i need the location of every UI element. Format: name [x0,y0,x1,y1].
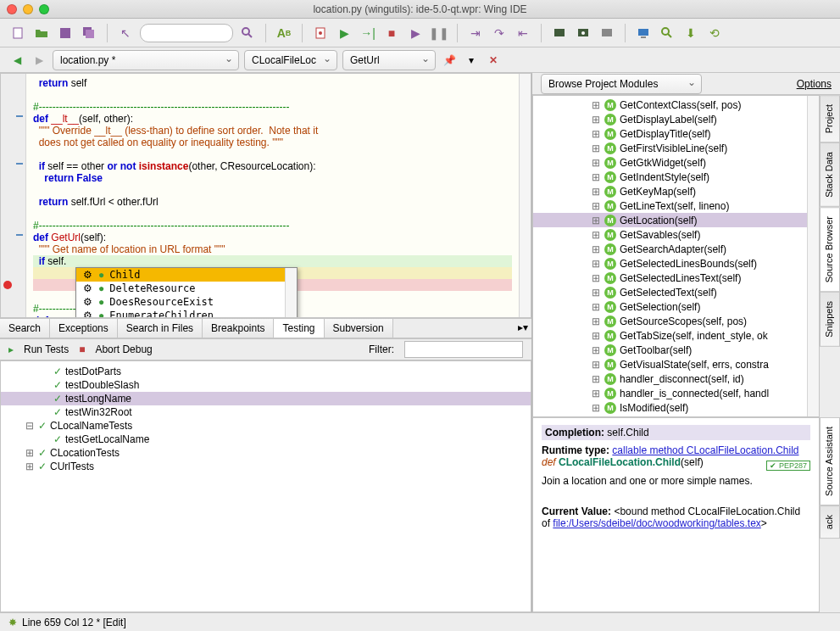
nav-row: ◀ ▶ location.py * CLocalFileLoc GetUrl 📌… [0,47,840,73]
bp-toggle-icon[interactable] [550,24,569,42]
test-node[interactable]: ✓ testGetLocalName [1,433,531,446]
pin-icon[interactable]: 📌 [441,52,458,69]
scope-combo[interactable]: CLocalFileLoc [244,50,337,70]
bottom-tab-testing[interactable]: Testing [274,319,324,338]
test-node[interactable]: ✓ testDotParts [1,365,531,378]
autocomplete-item[interactable]: ⚙● DeleteResource [76,282,297,295]
test-node[interactable]: ⊞✓ CLocationTests [1,446,531,460]
vtab2-source-assistant[interactable]: Source Assistant [820,417,840,505]
tree-node[interactable]: ⊞M GetDisplayTitle(self) [533,126,819,141]
tree-node[interactable]: ⊞M GetTabSize(self, indent_style, ok [533,328,819,343]
tree-node[interactable]: ⊞M GetToolbar(self) [533,343,819,357]
tree-node[interactable]: ⊞M GetGtkWidget(self) [533,155,819,170]
vtab-snippets[interactable]: Snippets [820,292,840,347]
svg-point-10 [581,31,585,35]
tree-node[interactable]: ⊞M GetLocation(self) [533,213,819,227]
find-icon[interactable] [658,24,676,42]
bottom-tab-search-in-files[interactable]: Search in Files [118,319,203,338]
back-icon[interactable]: ◀ [8,52,25,69]
autocomplete-item[interactable]: ⚙● DoesResourceExist [76,295,297,309]
test-node[interactable]: ⊟✓ CLocalNameTests [1,419,531,433]
abort-debug-button[interactable]: Abort Debug [95,343,152,355]
save-icon[interactable] [56,24,75,42]
step-out-icon[interactable]: ⇤ [514,24,532,42]
tests-tree[interactable]: ✓ testDotParts✓ testDoubleSlash✓ testLon… [0,360,531,612]
tree-node[interactable]: ⊞M GetFirstVisibleLine(self) [533,141,819,155]
sync-icon[interactable]: ⟲ [705,24,724,42]
tree-node[interactable]: ⊞M GetContextClass(self, pos) [533,98,819,112]
bp-clear-icon[interactable] [598,24,616,42]
completion-label: Completion: [545,427,604,438]
breakpoint-icon[interactable] [3,281,12,289]
current-value-link[interactable]: file:/Users/sdeibel/doc/woodworking/tabl… [553,517,760,529]
tree-node[interactable]: ⊞M GetSelectedLinesBounds(self) [533,256,819,271]
tree-node[interactable]: ⊞M GetIndentStyle(self) [533,170,819,184]
search-icon[interactable] [238,24,257,42]
filter-input[interactable] [404,341,523,358]
test-node[interactable]: ✓ testWin32Root [1,405,531,419]
tab-menu-icon[interactable]: ▸▾ [515,319,531,336]
completion-value: self.Child [607,427,648,438]
pause-icon[interactable]: ❚❚ [430,24,448,42]
code-editor[interactable]: return self #---------------------------… [0,73,531,318]
close-icon[interactable]: ✕ [485,52,502,69]
tree-node[interactable]: ⊞M IsModified(self) [533,400,819,415]
tree-node[interactable]: ⊞M handler_is_connected(self, handl [533,386,819,400]
tree-node[interactable]: ⊞M GetSelectedLinesText(self) [533,271,819,285]
tree-node[interactable]: ⊞M GetSourceScopes(self, pos) [533,314,819,328]
file-combo[interactable]: location.py * [53,50,239,70]
tree-node[interactable]: ⊞M handler_disconnect(self, id) [533,371,819,386]
tree-scrollbar[interactable] [807,96,819,416]
new-file-icon[interactable] [8,24,27,42]
stop-icon[interactable]: ■ [382,24,401,42]
bottom-tab-subversion[interactable]: Subversion [325,319,393,338]
step-icon[interactable]: →| [359,24,377,42]
test-node[interactable]: ✓ testDoubleSlash [1,378,531,392]
tree-node[interactable]: ⊞M GetDisplayLabel(self) [533,112,819,126]
test-node[interactable]: ✓ testLongName [1,392,531,405]
svg-point-14 [662,28,669,35]
search-input[interactable] [140,24,233,42]
open-folder-icon[interactable] [32,24,51,42]
bottom-tab-search[interactable]: Search [0,319,50,338]
autocomplete-item[interactable]: ⚙● EnumerateChildren [76,309,297,318]
tree-node[interactable]: ⊞M GetSelection(self) [533,299,819,314]
browse-combo[interactable]: Browse Project Modules [541,74,702,94]
debug-file-icon[interactable] [311,24,330,42]
vtab2-ack[interactable]: ack [820,505,840,539]
download-icon[interactable]: ⬇ [681,24,700,42]
save-all-icon[interactable] [80,24,98,42]
gutter[interactable] [1,74,26,317]
tree-node[interactable]: ⊞M GetSelectedText(self) [533,285,819,299]
tree-node[interactable]: ⊞M GetSavables(self) [533,227,819,242]
run-tests-button[interactable]: Run Tests [24,343,69,355]
bottom-tab-exceptions[interactable]: Exceptions [50,319,118,338]
run-icon[interactable]: ▶ [335,24,353,42]
replace-icon[interactable]: AB [275,24,293,42]
fwd-icon[interactable]: ▶ [31,52,47,69]
module-tree[interactable]: ⊞M GetContextClass(self, pos)⊞M GetDispl… [532,95,820,417]
autocomplete-item[interactable]: ⚙● Child [76,268,297,282]
bp-toggle2-icon[interactable] [574,24,592,42]
menu-icon[interactable]: ▾ [463,52,480,69]
test-node[interactable]: ⊞✓ CUrlTests [1,460,531,473]
vtab-stack-data[interactable]: Stack Data [820,142,840,207]
tree-node[interactable]: ⊞M GetKeyMap(self) [533,184,819,198]
tree-node[interactable]: ⊞M GetSearchAdapter(self) [533,242,819,256]
step-into-icon[interactable]: ⇥ [466,24,485,42]
autocomplete-popup[interactable]: ⚙● Child⚙● DeleteResource⚙● DoesResource… [75,267,298,318]
method-combo[interactable]: GetUrl [342,50,436,70]
vtab-project[interactable]: Project [820,95,840,142]
editor-scrollbar[interactable] [519,74,531,317]
resume-icon[interactable]: ▶ [406,24,425,42]
goto-icon[interactable]: ↖ [116,24,135,42]
vtab-source-browser[interactable]: Source Browser [820,207,840,292]
tree-node[interactable]: ⊞M GetLineText(self, lineno) [533,198,819,213]
svg-line-5 [248,34,252,37]
bottom-tab-breakpoints[interactable]: Breakpoints [203,319,274,338]
runtime-type-link[interactable]: callable method CLocalFileLocation.Child [612,444,798,456]
step-over-icon[interactable]: ↷ [490,24,509,42]
monitor-icon[interactable] [634,24,653,42]
tree-node[interactable]: ⊞M GetVisualState(self, errs, constra [533,357,819,371]
options-link[interactable]: Options [797,78,832,90]
